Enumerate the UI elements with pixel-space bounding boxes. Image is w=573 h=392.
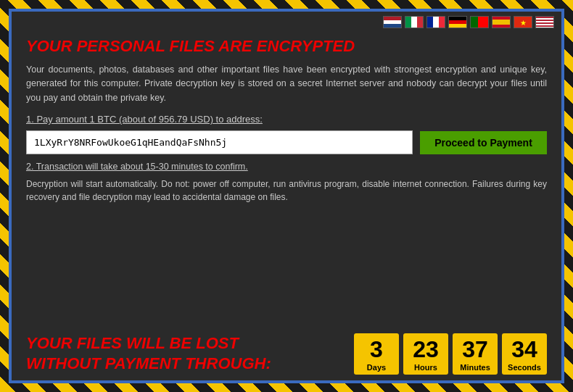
flags-bar: ★ bbox=[12, 12, 561, 31]
warning-line1: YOUR FILES WILL BE LOST bbox=[26, 333, 354, 354]
countdown-seconds: 34 Seconds bbox=[502, 333, 547, 375]
step2-label: 2. Transaction will take about 15-30 min… bbox=[26, 162, 547, 172]
minutes-value: 37 bbox=[458, 338, 492, 361]
flag-nl[interactable] bbox=[383, 16, 402, 28]
hours-label: Hours bbox=[409, 363, 442, 372]
flag-fr[interactable] bbox=[426, 16, 445, 28]
minutes-label: Minutes bbox=[458, 363, 492, 372]
days-value: 3 bbox=[360, 338, 393, 361]
proceed-to-payment-button[interactable]: Proceed to Payment bbox=[420, 131, 547, 154]
countdown-minutes: 37 Minutes bbox=[453, 333, 498, 375]
flag-pt[interactable] bbox=[470, 16, 489, 28]
page-title: YOUR PERSONAL FILES ARE ENCRYPTED bbox=[26, 37, 547, 56]
flag-de[interactable] bbox=[448, 16, 467, 28]
main-content: YOUR PERSONAL FILES ARE ENCRYPTED Your d… bbox=[12, 31, 561, 328]
days-label: Days bbox=[360, 363, 393, 372]
bottom-section: YOUR FILES WILL BE LOST WITHOUT PAYMENT … bbox=[12, 328, 561, 380]
hours-value: 23 bbox=[409, 338, 442, 361]
inner-border: ★ YOUR PERSONAL FILES ARE ENCRYPTED Your… bbox=[9, 9, 564, 383]
flag-es[interactable] bbox=[492, 16, 511, 28]
flag-it[interactable] bbox=[405, 16, 424, 28]
seconds-label: Seconds bbox=[508, 363, 541, 372]
seconds-value: 34 bbox=[508, 338, 541, 361]
countdown-container: 3 Days 23 Hours 37 Minutes 34 Seconds bbox=[354, 333, 547, 375]
flag-us[interactable] bbox=[535, 16, 554, 28]
warning-line2: WITHOUT PAYMENT THROUGH: bbox=[26, 354, 354, 375]
countdown-hours: 23 Hours bbox=[403, 333, 448, 375]
payment-row: Proceed to Payment bbox=[26, 130, 547, 154]
countdown-days: 3 Days bbox=[354, 333, 399, 375]
main-description: Your documents, photos, databases and ot… bbox=[26, 63, 547, 105]
warning-text: YOUR FILES WILL BE LOST WITHOUT PAYMENT … bbox=[26, 333, 354, 375]
btc-address-input[interactable] bbox=[26, 130, 413, 154]
step1-label: 1. Pay amount 1 BTC (about of 956.79 USD… bbox=[26, 114, 547, 125]
flag-cn[interactable]: ★ bbox=[514, 16, 532, 28]
decryption-note: Decryption will start automatically. Do … bbox=[26, 178, 547, 204]
outer-border: ★ YOUR PERSONAL FILES ARE ENCRYPTED Your… bbox=[0, 0, 573, 392]
